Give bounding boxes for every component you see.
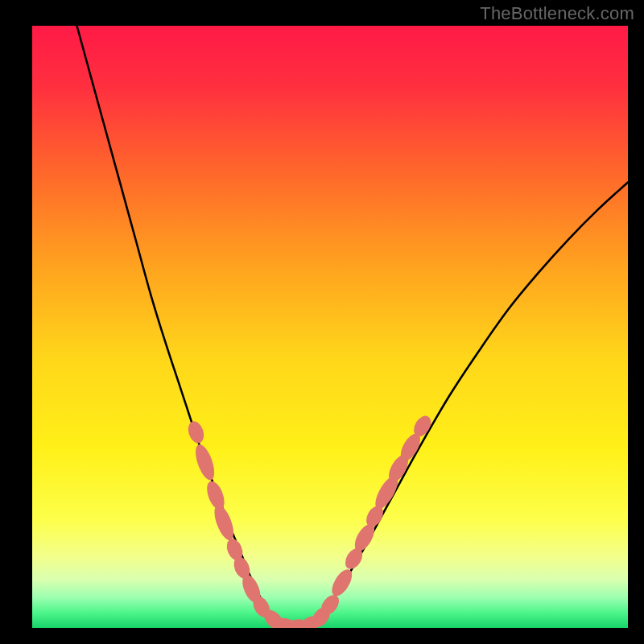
gradient-background [32,26,628,628]
chart-container: TheBottleneck.com [0,0,644,644]
bottleneck-plot [32,26,628,628]
watermark-text: TheBottleneck.com [480,3,634,24]
plot-frame [32,26,628,628]
